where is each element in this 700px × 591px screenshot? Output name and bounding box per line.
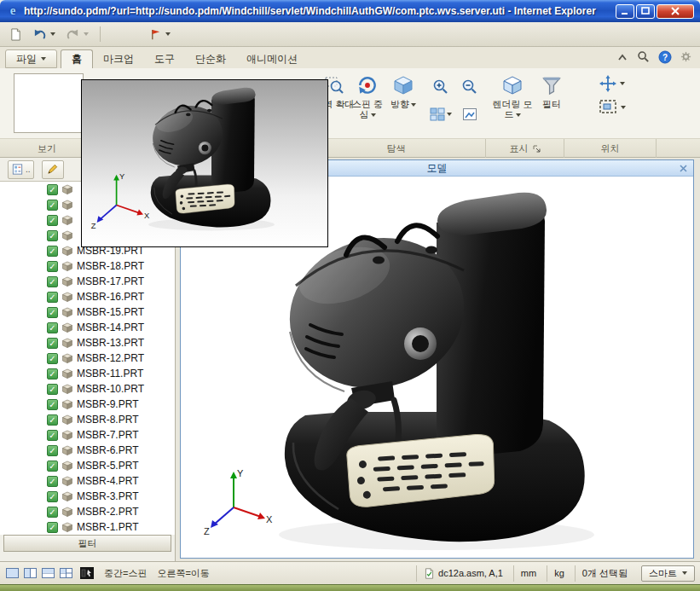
tab-markup[interactable]: 마크업	[93, 49, 144, 68]
undo-button[interactable]	[30, 26, 58, 42]
maximize-button[interactable]	[636, 4, 655, 19]
structure-tab[interactable]: ..	[8, 160, 34, 179]
chevron-down-icon	[516, 113, 521, 117]
part-cube-icon	[61, 353, 73, 364]
visibility-checkbox[interactable]	[47, 461, 58, 472]
tab-tools[interactable]: 도구	[144, 49, 185, 68]
length-unit: mm	[513, 565, 543, 582]
visibility-checkbox[interactable]	[47, 230, 58, 241]
visibility-checkbox[interactable]	[47, 507, 58, 518]
gear-icon[interactable]	[679, 49, 693, 64]
visibility-checkbox[interactable]	[47, 522, 58, 533]
filter-button[interactable]: 필터	[535, 72, 568, 136]
tab-home[interactable]: 홈	[61, 49, 93, 68]
visibility-checkbox[interactable]	[47, 246, 58, 257]
visibility-checkbox[interactable]	[47, 338, 58, 349]
orientation-button[interactable]: 방향	[385, 72, 421, 136]
filter-bar-button[interactable]: 필터	[3, 535, 171, 552]
tab-file[interactable]: 파일	[5, 49, 57, 68]
render-mode-button[interactable]: 렌더링 모드	[491, 72, 534, 136]
visibility-checkbox[interactable]	[47, 384, 58, 395]
layout-four-icon[interactable]	[59, 567, 73, 580]
visibility-checkbox[interactable]	[47, 200, 58, 211]
visibility-checkbox[interactable]	[47, 353, 58, 364]
preview-popup[interactable]	[81, 79, 328, 247]
tree-row[interactable]: MSBR-9.PRT	[0, 397, 175, 412]
tree-row[interactable]: MSBR-8.PRT	[0, 412, 175, 427]
tree-row[interactable]: MSBR-7.PRT	[0, 427, 175, 443]
selection-mode-dropdown[interactable]: 스마트	[641, 565, 695, 582]
tab-label: 홈	[72, 52, 82, 67]
visibility-checkbox[interactable]	[47, 491, 58, 502]
part-name: MSBR-15.PRT	[77, 306, 144, 318]
visibility-checkbox[interactable]	[47, 276, 58, 287]
tree-row[interactable]: MSBR-12.PRT	[0, 351, 175, 366]
visibility-checkbox[interactable]	[47, 414, 58, 426]
tab-simplify[interactable]: 단순화	[185, 49, 236, 68]
move-parts-button[interactable]	[599, 75, 625, 92]
redo-button[interactable]	[63, 26, 91, 42]
tree-row[interactable]: MSBR-4.PRT	[0, 473, 175, 489]
tree-row[interactable]: MSBR-16.PRT	[0, 289, 175, 304]
flag-button[interactable]	[147, 26, 173, 43]
part-name: MSBR-3.PRT	[77, 490, 138, 502]
part-name: MSBR-9.PRT	[77, 398, 138, 410]
visibility-checkbox[interactable]	[47, 261, 58, 272]
visibility-checkbox[interactable]	[47, 307, 58, 318]
minimize-button[interactable]	[616, 4, 634, 19]
select-region-button[interactable]	[599, 99, 626, 116]
close-button[interactable]	[657, 4, 694, 19]
tree-row[interactable]: MSBR-17.PRT	[0, 274, 175, 289]
mouse-mode-icon[interactable]	[80, 567, 94, 579]
zoom-in-button[interactable]	[428, 75, 454, 99]
tree-row[interactable]: MSBR-14.PRT	[0, 320, 175, 335]
annotation-tab[interactable]	[42, 160, 64, 179]
visibility-checkbox[interactable]	[47, 445, 58, 456]
viewport-close-icon[interactable]	[677, 162, 689, 174]
visibility-checkbox[interactable]	[47, 322, 58, 333]
layout-single-icon[interactable]	[5, 567, 20, 580]
tree-row[interactable]: MSBR-18.PRT	[0, 258, 175, 274]
part-cube-icon	[61, 338, 73, 349]
part-name: MSBR-14.PRT	[77, 322, 144, 333]
quick-access-toolbar	[0, 22, 700, 47]
search-icon[interactable]	[636, 49, 651, 64]
zoom-out-button[interactable]	[457, 75, 483, 99]
browser-window: e http://sundo.pdm/?url=http://sundo.pdm…	[0, 0, 700, 591]
visibility-checkbox[interactable]	[47, 215, 58, 226]
tree-row[interactable]: MSBR-15.PRT	[0, 304, 175, 320]
tab-label: 파일	[16, 52, 37, 67]
visibility-checkbox[interactable]	[47, 368, 58, 380]
layout-two-vertical-icon[interactable]	[23, 567, 38, 580]
visibility-checkbox[interactable]	[47, 184, 58, 195]
view-gallery[interactable]	[14, 73, 84, 133]
visibility-checkbox[interactable]	[47, 476, 58, 487]
part-cube-icon	[61, 368, 73, 380]
active-model-cell[interactable]: dc12a.asm, A,1	[416, 565, 510, 582]
tree-row[interactable]: MSBR-11.PRT	[0, 366, 175, 381]
chevron-down-icon	[41, 57, 46, 61]
layout-two-horizontal-icon[interactable]	[41, 567, 55, 580]
tree-row[interactable]: MSBR-2.PRT	[0, 504, 175, 519]
part-cube-icon	[61, 445, 73, 456]
dialog-launcher-icon[interactable]	[532, 144, 541, 153]
help-icon[interactable]: ?	[657, 49, 672, 64]
spin-center-button[interactable]: 스핀 중심	[348, 72, 387, 136]
visibility-checkbox[interactable]	[47, 399, 58, 410]
tree-row[interactable]: MSBR-13.PRT	[0, 335, 175, 351]
visibility-checkbox[interactable]	[47, 430, 58, 441]
tab-animation[interactable]: 애니메이션	[236, 49, 308, 68]
tree-row[interactable]: MSBR-3.PRT	[0, 489, 175, 504]
page-button[interactable]	[7, 26, 25, 43]
tree-row[interactable]: MSBR-5.PRT	[0, 458, 175, 473]
thumbnail-view-button[interactable]	[428, 102, 454, 126]
part-name: MSBR-16.PRT	[77, 291, 144, 303]
collapse-ribbon-icon[interactable]	[615, 49, 629, 64]
visibility-checkbox[interactable]	[47, 292, 58, 303]
titlebar[interactable]: e http://sundo.pdm/?url=http://sundo.pdm…	[0, 0, 700, 22]
part-cube-icon	[61, 184, 73, 195]
tree-row[interactable]: MSBR-6.PRT	[0, 443, 175, 458]
fit-view-button[interactable]	[457, 102, 483, 126]
tree-row[interactable]: MSBR-10.PRT	[0, 381, 175, 397]
tree-row[interactable]: MSBR-1.PRT	[0, 519, 175, 535]
